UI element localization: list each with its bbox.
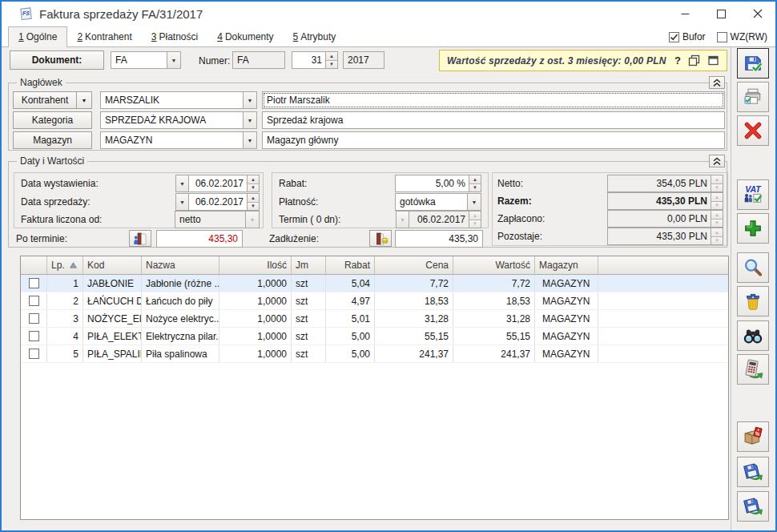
- find-item-button[interactable]: [737, 320, 769, 351]
- tab-dokumenty[interactable]: 4Dokumenty: [207, 27, 283, 46]
- add-item-button[interactable]: [737, 213, 769, 244]
- calendar-drop-icon[interactable]: ▼: [175, 193, 189, 211]
- platnosc-combo[interactable]: gotówka▼: [395, 193, 481, 211]
- daty-collapse-button[interactable]: [709, 155, 725, 167]
- payment-terminal-button[interactable]: [737, 354, 769, 385]
- date-spinner[interactable]: ▲▼: [247, 194, 259, 210]
- numer-year-field: 2017: [343, 51, 384, 69]
- invoice-window: FS Faktura sprzedaży FA/31/2017 1Ogólne …: [0, 0, 777, 532]
- bufor-checkbox[interactable]: Bufor: [669, 31, 706, 42]
- chevron-down-icon[interactable]: ▼: [243, 112, 256, 128]
- header-magazyn[interactable]: Magazyn: [535, 256, 598, 275]
- header-ilosc[interactable]: Ilość: [219, 256, 292, 275]
- naglowek-collapse-button[interactable]: [709, 76, 725, 89]
- header-cena[interactable]: Cena: [375, 256, 453, 275]
- tab-ogolne[interactable]: 1Ogólne: [8, 26, 67, 47]
- package-discount-icon: %: [742, 425, 764, 448]
- table-row[interactable]: 2 ŁAŃCUCH DO PIŁY Łańcuch do piły 1,0000…: [21, 292, 728, 310]
- edit-item-button[interactable]: [737, 252, 769, 283]
- daty-wartosci-group: Daty i Wartości Data wystawienia: ▼ 06.0…: [8, 161, 727, 248]
- chevron-down-icon[interactable]: ▼: [243, 92, 256, 108]
- discounts-button[interactable]: %: [737, 421, 769, 452]
- double-chevron-up-icon: [712, 157, 722, 166]
- kontrahent-type-arrow[interactable]: ▼: [76, 91, 92, 109]
- svg-text:VAT: VAT: [745, 184, 762, 194]
- data-sprzedazy-control[interactable]: ▼ 06.02.2017 ▲▼: [175, 193, 260, 211]
- checkbox-unchecked-icon: [717, 32, 727, 42]
- minimize-button[interactable]: [667, 2, 703, 26]
- kontrahent-name-field[interactable]: Piotr Marszalik: [262, 91, 725, 109]
- tab-platnosci[interactable]: 3Płatności: [142, 27, 207, 46]
- window-title: Faktura sprzedaży FA/31/2017: [39, 7, 203, 21]
- calendar-drop-icon[interactable]: ▼: [175, 175, 189, 192]
- header-nazwa[interactable]: Nazwa: [142, 256, 219, 275]
- data-wystawienia-control[interactable]: ▼ 06.02.2017 ▲▼: [175, 175, 260, 192]
- naglowek-group: Nagłówek Kontrahent ▼ MARSZALIK▼ Piotr M…: [8, 83, 727, 151]
- totals-panel: Netto: 354,05 PLN ▲▼ Razem: 435,30 PLN ▲…: [492, 172, 728, 246]
- po-terminie-value: 435,30: [156, 230, 243, 248]
- document-type-combo[interactable]: FA ▼: [111, 51, 181, 69]
- table-row[interactable]: 4 PIŁA_ELEKTR Elektryczna pilar... 1,000…: [21, 328, 728, 345]
- minimize-icon: [681, 10, 690, 18]
- magazyn-name-field[interactable]: Magazyn główny: [262, 131, 725, 149]
- zadluzenie-button[interactable]: [369, 230, 392, 247]
- header-select-column[interactable]: [21, 256, 47, 275]
- kategoria-button[interactable]: Kategoria: [13, 111, 92, 129]
- rabat-field[interactable]: 5,00 % ▲▼: [395, 175, 481, 192]
- save-export-button[interactable]: [737, 457, 769, 487]
- wz-rw-checkbox[interactable]: WZ(RW): [717, 31, 767, 42]
- header-lp[interactable]: Lp.: [47, 256, 83, 275]
- table-row[interactable]: 1 JABŁONIE Jabłonie (różne ... 1,0000 sz…: [21, 275, 728, 292]
- restore-panel-icon[interactable]: [688, 54, 700, 66]
- save-copy-button[interactable]: [737, 491, 769, 522]
- save-check-icon: [743, 53, 763, 74]
- help-icon[interactable]: ?: [674, 54, 681, 66]
- cancel-button[interactable]: [737, 115, 769, 146]
- daty-wartosci-title: Daty i Wartości: [17, 155, 87, 167]
- header-wartosc[interactable]: Wartość: [453, 256, 535, 275]
- liczona-od-combo: netto▼: [175, 211, 260, 228]
- row-checkbox[interactable]: [29, 296, 39, 306]
- close-button[interactable]: [739, 2, 775, 26]
- kategoria-name-field[interactable]: Sprzedaż krajowa: [262, 111, 725, 129]
- rabat-spinner[interactable]: ▲▼: [469, 175, 481, 191]
- header-rabat[interactable]: Rabat: [326, 256, 375, 275]
- print-button[interactable]: [737, 82, 769, 112]
- dates-panel: Data wystawienia: ▼ 06.02.2017 ▲▼ Data s…: [14, 172, 264, 228]
- spin-up-icon[interactable]: ▲: [326, 52, 337, 60]
- numer-value-field[interactable]: 31 ▲▼: [292, 51, 338, 69]
- magazyn-button[interactable]: Magazyn: [13, 131, 92, 149]
- sidebar-divider: [731, 47, 731, 530]
- plus-icon: [743, 218, 763, 239]
- row-checkbox[interactable]: [29, 349, 39, 359]
- row-checkbox[interactable]: [29, 331, 39, 341]
- row-checkbox[interactable]: [29, 278, 39, 288]
- calendar-drop-icon: ▼: [396, 211, 409, 228]
- po-terminie-button[interactable]: [129, 230, 151, 247]
- tab-atrybuty[interactable]: 5Atrybuty: [284, 27, 346, 46]
- magazyn-code-combo[interactable]: MAGAZYN▼: [100, 131, 257, 149]
- header-jm[interactable]: Jm: [292, 256, 326, 275]
- date-spinner[interactable]: ▲▼: [247, 175, 259, 191]
- tab-kontrahent[interactable]: 2Kontrahent: [67, 27, 141, 46]
- zadluzenie-label: Zadłużenie:: [269, 230, 319, 248]
- kontrahent-code-combo[interactable]: MARSZALIK▼: [100, 91, 257, 109]
- expand-panel-icon[interactable]: [707, 54, 719, 66]
- table-row[interactable]: 5 PIŁA_SPALINOWA Piła spalinowa 1,0000 s…: [21, 345, 728, 363]
- save-button[interactable]: [737, 48, 769, 79]
- chevron-down-icon[interactable]: ▼: [467, 194, 481, 210]
- header-kod[interactable]: Kod: [83, 256, 142, 275]
- dokument-button[interactable]: Dokument:: [10, 50, 104, 70]
- chevron-down-icon[interactable]: ▼: [167, 52, 180, 68]
- platnosc-label: Płatność:: [279, 193, 318, 211]
- kontrahent-button[interactable]: Kontrahent: [13, 91, 77, 109]
- chevron-down-icon[interactable]: ▼: [243, 132, 256, 148]
- kategoria-code-combo[interactable]: SPRZEDAŻ KRAJOWA▼: [100, 111, 257, 129]
- numer-spinner[interactable]: ▲▼: [325, 52, 337, 68]
- maximize-button[interactable]: [703, 2, 739, 26]
- row-checkbox[interactable]: [29, 313, 39, 324]
- table-row[interactable]: 3 NOŻYCE_EL. Nożyce elektryc... 1,0000 s…: [21, 310, 728, 328]
- spin-down-icon[interactable]: ▼: [326, 60, 337, 69]
- vat-summary-button[interactable]: VAT: [737, 179, 769, 210]
- delete-item-button[interactable]: [737, 286, 769, 316]
